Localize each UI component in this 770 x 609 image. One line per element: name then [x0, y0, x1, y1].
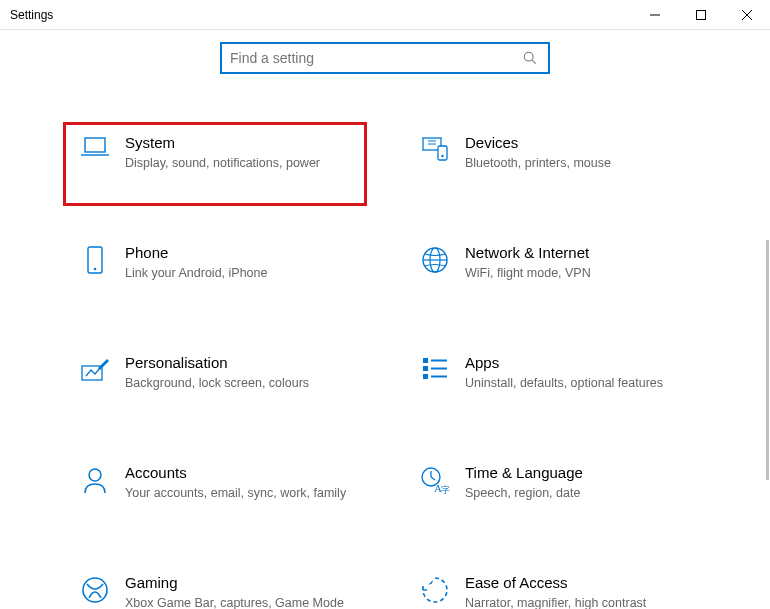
search-icon [520, 51, 540, 65]
ease-of-access-icon [413, 574, 457, 604]
svg-point-4 [524, 52, 533, 61]
tile-title: Time & Language [465, 464, 697, 481]
tile-desc: Narrator, magnifier, high contrast [465, 595, 697, 609]
person-icon [73, 464, 117, 494]
svg-rect-23 [423, 374, 428, 379]
close-button[interactable] [724, 0, 770, 29]
tile-desc: Speech, region, date [465, 485, 697, 502]
apps-list-icon [413, 354, 457, 380]
tile-ease-of-access[interactable]: Ease of Access Narrator, magnifier, high… [405, 564, 705, 609]
svg-rect-21 [423, 366, 428, 371]
maximize-button[interactable] [678, 0, 724, 29]
window-controls [632, 0, 770, 29]
settings-grid: System Display, sound, notifications, po… [25, 124, 745, 609]
tile-desc: Xbox Game Bar, captures, Game Mode [125, 595, 357, 609]
search-input[interactable] [230, 50, 520, 66]
laptop-icon [73, 134, 117, 158]
tile-title: Accounts [125, 464, 357, 481]
svg-marker-32 [428, 580, 433, 585]
svg-point-14 [94, 268, 97, 271]
devices-icon [413, 134, 457, 162]
tile-gaming[interactable]: Gaming Xbox Game Bar, captures, Game Mod… [65, 564, 365, 609]
tile-title: Apps [465, 354, 697, 371]
tile-title: Gaming [125, 574, 357, 591]
time-language-icon: A字 [413, 464, 457, 494]
tile-desc: Uninstall, defaults, optional features [465, 375, 697, 392]
tile-title: Network & Internet [465, 244, 697, 261]
svg-line-5 [532, 60, 536, 64]
tile-desc: Display, sound, notifications, power [125, 155, 357, 172]
svg-rect-11 [438, 146, 447, 160]
xbox-icon [73, 574, 117, 604]
titlebar: Settings [0, 0, 770, 30]
tile-title: Phone [125, 244, 357, 261]
tile-personalisation[interactable]: Personalisation Background, lock screen,… [65, 344, 365, 424]
tile-devices[interactable]: Devices Bluetooth, printers, mouse [405, 124, 705, 204]
svg-text:字: 字 [441, 485, 450, 494]
tile-time-language[interactable]: A字 Time & Language Speech, region, date [405, 454, 705, 534]
content-area: System Display, sound, notifications, po… [0, 30, 770, 609]
scrollbar[interactable] [766, 240, 769, 480]
svg-rect-6 [85, 138, 105, 152]
search-box[interactable] [220, 42, 550, 74]
tile-desc: Link your Android, iPhone [125, 265, 357, 282]
svg-line-28 [431, 477, 435, 480]
svg-point-31 [83, 578, 107, 602]
tile-desc: WiFi, flight mode, VPN [465, 265, 697, 282]
tile-accounts[interactable]: Accounts Your accounts, email, sync, wor… [65, 454, 365, 534]
tile-network[interactable]: Network & Internet WiFi, flight mode, VP… [405, 234, 705, 314]
tile-title: Ease of Access [465, 574, 697, 591]
tile-title: System [125, 134, 357, 151]
svg-point-25 [89, 469, 101, 481]
globe-icon [413, 244, 457, 274]
tile-phone[interactable]: Phone Link your Android, iPhone [65, 234, 365, 314]
svg-rect-1 [697, 10, 706, 19]
tile-desc: Background, lock screen, colours [125, 375, 357, 392]
tile-desc: Bluetooth, printers, mouse [465, 155, 697, 172]
tile-title: Personalisation [125, 354, 357, 371]
tile-system[interactable]: System Display, sound, notifications, po… [65, 124, 365, 204]
tile-apps[interactable]: Apps Uninstall, defaults, optional featu… [405, 344, 705, 424]
tile-desc: Your accounts, email, sync, work, family [125, 485, 357, 502]
phone-icon [73, 244, 117, 276]
window-title: Settings [10, 8, 53, 22]
tile-title: Devices [465, 134, 697, 151]
svg-rect-19 [423, 358, 428, 363]
minimize-button[interactable] [632, 0, 678, 29]
svg-point-12 [441, 155, 443, 157]
paint-icon [73, 354, 117, 382]
